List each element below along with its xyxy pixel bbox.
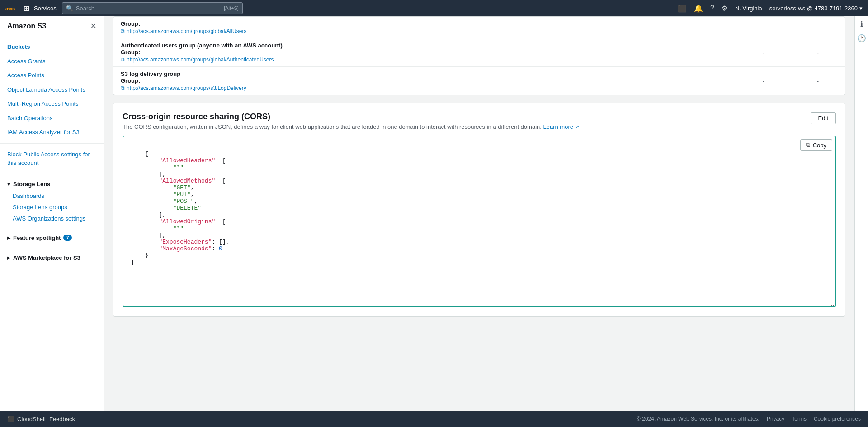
region-selector[interactable]: N. Virginia xyxy=(735,5,762,12)
footer-left: ⬛ CloudShell Feedback xyxy=(7,416,75,422)
acl-allusers-col2: - xyxy=(736,20,791,34)
account-label: serverless-ws @ 4783-7191-2360 xyxy=(769,5,858,12)
nav-right-actions: ⬛ 🔔 ? ⚙ N. Virginia serverless-ws @ 4783… xyxy=(678,4,863,13)
sidebar-feature-spotlight-toggle[interactable]: ▸ Feature spotlight 7 xyxy=(0,232,104,244)
acl-group-label-2: Group: xyxy=(121,49,140,56)
acl-section: Group: ⧉ http://acs.amazonaws.com/groups… xyxy=(113,16,845,95)
cors-section: Cross-origin resource sharing (CORS) The… xyxy=(113,103,845,317)
main-layout: Amazon S3 ✕ Buckets Access Grants Access… xyxy=(0,16,868,427)
sidebar-item-multi-region[interactable]: Multi-Region Access Points xyxy=(0,97,104,111)
bell-icon[interactable]: 🔔 xyxy=(694,4,703,13)
acl-group-link-2[interactable]: ⧉ http://acs.amazonaws.com/groups/global… xyxy=(121,56,729,63)
feature-spotlight-badge: 7 xyxy=(63,235,71,241)
grid-icon[interactable]: ⊞ xyxy=(24,4,29,13)
svg-text:aws: aws xyxy=(5,6,15,11)
acl-logdelivery-col3: - xyxy=(791,74,845,88)
external-link-icon: ↗ xyxy=(575,124,579,130)
acl-logdelivery-info: S3 log delivery group Group: ⧉ http://ac… xyxy=(113,67,736,95)
cors-learn-more-link[interactable]: Learn more ↗ xyxy=(543,123,579,130)
feedback-button[interactable]: Feedback xyxy=(49,416,75,422)
cloudshell-button[interactable]: ⬛ CloudShell xyxy=(7,416,46,422)
content-area: Group: ⧉ http://acs.amazonaws.com/groups… xyxy=(104,16,854,326)
panel-info-icon[interactable]: ℹ xyxy=(860,20,863,28)
sidebar-item-batch-ops[interactable]: Batch Operations xyxy=(0,111,104,126)
panel-clock-icon[interactable]: 🕐 xyxy=(857,34,866,42)
chevron-right-icon: ▸ xyxy=(7,235,10,241)
cors-title: Cross-origin resource sharing (CORS) xyxy=(123,112,579,122)
sidebar-item-buckets[interactable]: Buckets xyxy=(0,40,104,54)
cors-header: Cross-origin resource sharing (CORS) The… xyxy=(123,112,836,130)
main-content: Group: ⧉ http://acs.amazonaws.com/groups… xyxy=(104,16,854,427)
settings-icon[interactable]: ⚙ xyxy=(722,4,728,13)
sidebar-title: Amazon S3 xyxy=(7,22,46,30)
search-shortcut: [Alt+S] xyxy=(224,5,239,11)
acl-logdelivery-col2: - xyxy=(736,74,791,88)
footer-privacy-link[interactable]: Privacy xyxy=(767,416,784,422)
sidebar-item-dashboards[interactable]: Dashboards xyxy=(0,190,104,202)
sidebar-item-storage-lens-groups[interactable]: Storage Lens groups xyxy=(0,202,104,213)
chevron-down-icon: ▾ xyxy=(7,181,10,188)
acl-authenticated-title: Authenticated users group (anyone with a… xyxy=(121,42,729,49)
footer-terms-link[interactable]: Terms xyxy=(792,416,807,422)
top-navigation: aws ⊞ Services 🔍 [Alt+S] ⬛ 🔔 ? ⚙ N. Virg… xyxy=(0,0,868,16)
acl-allusers-col3: - xyxy=(791,20,845,34)
sidebar-item-access-points[interactable]: Access Points xyxy=(0,68,104,83)
account-selector[interactable]: serverless-ws @ 4783-7191-2360 ▾ xyxy=(769,5,863,12)
terminal-footer-icon: ⬛ xyxy=(7,416,14,422)
sidebar-storage-lens-toggle[interactable]: ▾ Storage Lens xyxy=(0,178,104,190)
acl-row-allusers: Group: ⧉ http://acs.amazonaws.com/groups… xyxy=(113,17,845,38)
copy-icon: ⧉ xyxy=(806,141,810,149)
cors-description: The CORS configuration, written in JSON,… xyxy=(123,123,579,130)
footer-cookie-link[interactable]: Cookie preferences xyxy=(814,416,861,422)
cors-copy-button[interactable]: ⧉ Copy xyxy=(800,139,832,151)
sidebar-item-aws-org-settings[interactable]: AWS Organizations settings xyxy=(0,213,104,224)
sidebar-close-button[interactable]: ✕ xyxy=(90,22,96,30)
sidebar-item-access-grants[interactable]: Access Grants xyxy=(0,54,104,69)
acl-authenticated-info: Authenticated users group (anyone with a… xyxy=(113,38,736,66)
copy-icon-small-2: ⧉ xyxy=(121,56,125,63)
sidebar-header: Amazon S3 ✕ xyxy=(0,16,104,36)
acl-authenticated-col2: - xyxy=(736,46,791,60)
cors-header-left: Cross-origin resource sharing (CORS) The… xyxy=(123,112,579,130)
chevron-right-icon-2: ▸ xyxy=(7,254,10,261)
cors-edit-button[interactable]: Edit xyxy=(811,112,836,124)
acl-group-label-3: Group: xyxy=(121,77,140,84)
sidebar-nav: Buckets Access Grants Access Points Obje… xyxy=(0,36,104,267)
terminal-icon[interactable]: ⬛ xyxy=(678,4,687,13)
sidebar-item-iam-analyzer[interactable]: IAM Access Analyzer for S3 xyxy=(0,125,104,140)
services-nav-label[interactable]: Services xyxy=(34,5,57,12)
copy-icon-small-3: ⧉ xyxy=(121,85,125,91)
cors-editor-wrapper: ⧉ Copy [ { "AllowedHeaders": [ "*" ], "A… xyxy=(123,136,836,307)
acl-allusers-info: Group: ⧉ http://acs.amazonaws.com/groups… xyxy=(113,17,736,38)
sidebar-marketplace-toggle[interactable]: ▸ AWS Marketplace for S3 xyxy=(0,252,104,264)
account-chevron: ▾ xyxy=(859,5,863,12)
right-panel: ℹ 🕐 xyxy=(854,16,868,427)
acl-row-authenticated: Authenticated users group (anyone with a… xyxy=(113,38,845,67)
aws-logo[interactable]: aws xyxy=(5,4,20,13)
sidebar-item-object-lambda[interactable]: Object Lambda Access Points xyxy=(0,83,104,97)
acl-authenticated-col3: - xyxy=(791,46,845,60)
acl-group-link-1[interactable]: ⧉ http://acs.amazonaws.com/groups/global… xyxy=(121,28,729,34)
acl-group-label-1: Group: xyxy=(121,20,140,27)
acl-group-link-3[interactable]: ⧉ http://acs.amazonaws.com/groups/s3/Log… xyxy=(121,85,729,91)
sidebar: Amazon S3 ✕ Buckets Access Grants Access… xyxy=(0,16,104,427)
footer: ⬛ CloudShell Feedback © 2024, Amazon Web… xyxy=(0,411,868,427)
search-input[interactable] xyxy=(76,5,222,12)
acl-logdelivery-title: S3 log delivery group xyxy=(121,70,729,77)
footer-copyright: © 2024, Amazon Web Services, Inc. or its… xyxy=(637,416,760,422)
copy-icon-small: ⧉ xyxy=(121,28,125,34)
search-bar[interactable]: 🔍 [Alt+S] xyxy=(62,2,243,14)
help-icon[interactable]: ? xyxy=(710,4,714,12)
sidebar-item-block-public[interactable]: Block Public Access settings for this ac… xyxy=(0,147,104,170)
cors-code-editor[interactable]: [ { "AllowedHeaders": [ "*" ], "AllowedM… xyxy=(123,136,836,307)
footer-right: © 2024, Amazon Web Services, Inc. or its… xyxy=(637,416,861,422)
acl-row-logdelivery: S3 log delivery group Group: ⧉ http://ac… xyxy=(113,67,845,95)
